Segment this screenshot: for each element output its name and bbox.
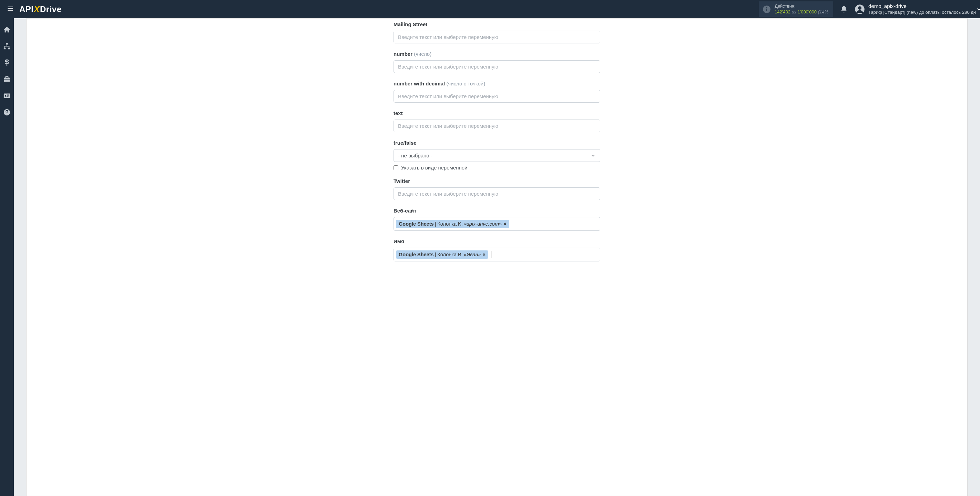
info-icon (762, 5, 771, 14)
actions-total: 1'000'000 (797, 9, 817, 14)
user-menu[interactable]: demo_apix-drive Тариф |Стандарт| (new) д… (854, 3, 976, 15)
user-name: demo_apix-drive (869, 3, 976, 10)
hamburger-icon (7, 5, 14, 12)
menu-toggle-button[interactable] (4, 2, 16, 16)
logo-text-suffix: Drive (40, 5, 62, 14)
actions-counter[interactable]: Действия: 142'432 из 1'000'000 (14% (759, 2, 833, 17)
avatar-icon (854, 4, 865, 14)
user-tariff: Тариф |Стандарт| (new) до оплаты осталос… (869, 10, 976, 15)
chevron-down-icon[interactable] (976, 6, 980, 13)
notifications-icon[interactable] (840, 5, 848, 13)
header-right: Действия: 142'432 из 1'000'000 (14% demo… (759, 2, 976, 17)
logo[interactable]: APIXDrive (19, 5, 62, 14)
user-text: demo_apix-drive Тариф |Стандарт| (new) д… (869, 3, 976, 15)
svg-point-5 (766, 7, 767, 8)
actions-text: Действия: 142'432 из 1'000'000 (14% (775, 3, 828, 15)
svg-point-7 (858, 6, 861, 10)
actions-label: Действия: (775, 3, 828, 9)
actions-value: 142'432 (775, 9, 791, 14)
actions-of: из (791, 9, 798, 14)
app-header: APIXDrive Действия: 142'432 из 1'000'000… (0, 0, 980, 18)
logo-x: X (34, 5, 40, 14)
svg-rect-4 (766, 8, 767, 11)
actions-pct: (14% (817, 9, 828, 14)
logo-text-prefix: API (19, 5, 34, 14)
